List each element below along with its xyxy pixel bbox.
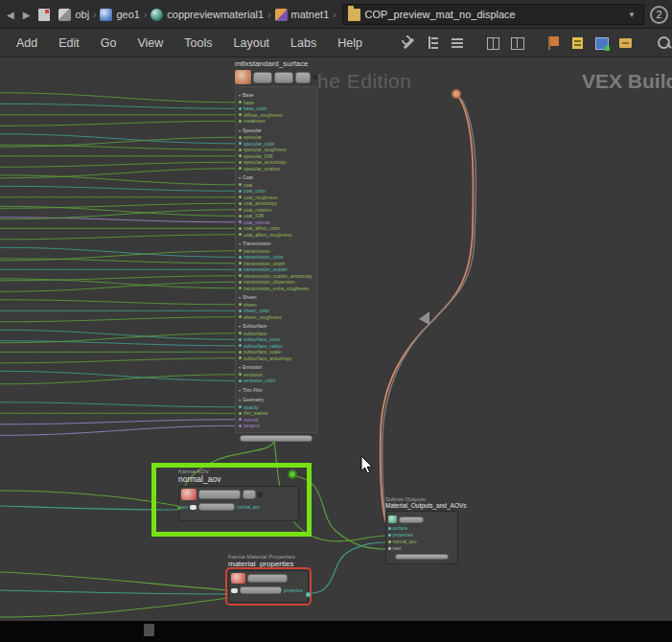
wire[interactable] — [0, 572, 228, 590]
input-wire[interactable] — [0, 121, 236, 126]
input-wire[interactable] — [0, 93, 236, 103]
input-connector[interactable] — [239, 332, 242, 334]
mtlx-group-emission[interactable]: ▾Emission — [239, 364, 316, 372]
input-connector[interactable] — [239, 208, 242, 211]
input-wire[interactable] — [0, 341, 236, 346]
node-badge-bar[interactable] — [243, 490, 256, 499]
input-connector[interactable] — [239, 418, 242, 421]
aov-output-connector[interactable] — [288, 470, 297, 479]
collapse-arrow-icon[interactable]: ▾ — [239, 295, 241, 300]
input-wire[interactable] — [0, 259, 236, 264]
input-wire[interactable] — [0, 317, 236, 322]
input-connector[interactable] — [239, 405, 242, 408]
breadcrumb-item-coppreviewmaterial1[interactable]: coppreviewmaterial1 — [148, 7, 266, 23]
node-badge-bar[interactable] — [198, 503, 235, 511]
menu-view[interactable]: View — [127, 29, 174, 57]
input-connector[interactable] — [239, 344, 242, 347]
current-path-field[interactable]: COP_preview_mat_no_displace ▼ — [342, 4, 644, 25]
collapse-arrow-icon[interactable]: ▾ — [239, 324, 241, 329]
mtlx-input-transmission_extra_roughness[interactable]: transmission_extra_roughness — [239, 286, 316, 292]
mtlx-group-thin-film[interactable]: ▾Thin Film — [239, 387, 316, 395]
menu-go[interactable]: Go — [90, 29, 127, 57]
input-connector[interactable] — [239, 149, 242, 151]
input-connector[interactable] — [239, 356, 242, 359]
mtlx-group-base[interactable]: ▾Base — [239, 92, 316, 100]
input-connector[interactable] — [239, 136, 242, 139]
wire[interactable] — [308, 542, 386, 593]
input-connector[interactable] — [239, 154, 242, 157]
input-wire[interactable] — [0, 145, 236, 149]
node-body[interactable]: surfacepropertiesnormal_aovnext — [385, 511, 458, 564]
input-wire[interactable] — [0, 175, 236, 185]
input-connector[interactable] — [239, 101, 242, 103]
subnet-input-surface[interactable]: surface — [388, 525, 455, 532]
node-karma-material-properties[interactable]: Karma Material Properties material_prope… — [228, 554, 309, 603]
input-connector[interactable] — [239, 113, 242, 116]
mtlx-input-specular_rotation[interactable]: specular_rotation — [239, 166, 316, 172]
input-connector[interactable] — [239, 424, 242, 427]
collapse-arrow-icon[interactable]: ▾ — [239, 128, 241, 133]
input-connector[interactable] — [239, 220, 242, 223]
output-connector[interactable] — [306, 592, 311, 597]
input-wire[interactable] — [0, 186, 236, 191]
node-flag[interactable] — [313, 75, 317, 80]
input-connector[interactable] — [239, 268, 242, 271]
node-badge-bar[interactable] — [198, 490, 241, 499]
node-flag[interactable] — [258, 493, 263, 497]
node-body[interactable]: properties — [228, 570, 309, 603]
subnet-input-next[interactable]: next — [388, 545, 455, 552]
input-connector[interactable] — [239, 120, 242, 123]
back-button[interactable]: ◀ — [4, 8, 17, 22]
grid-alt-icon[interactable] — [509, 34, 526, 52]
menu-labs[interactable]: Labs — [280, 29, 327, 57]
breadcrumb-item-geo1[interactable]: geo1 — [97, 7, 142, 23]
input-wire[interactable] — [0, 420, 236, 424]
grid-icon[interactable] — [485, 34, 502, 52]
window-icon[interactable] — [593, 34, 611, 52]
list-icon[interactable] — [449, 34, 466, 52]
breadcrumb-item-obj[interactable]: obj — [56, 7, 92, 23]
note-icon[interactable] — [569, 34, 587, 52]
input-wire[interactable] — [0, 169, 236, 178]
input-connector[interactable] — [239, 379, 242, 382]
collapse-arrow-icon[interactable]: ▾ — [239, 241, 241, 246]
tree-icon[interactable] — [425, 34, 442, 52]
wire[interactable] — [381, 96, 474, 527]
input-connector[interactable] — [239, 215, 242, 218]
input-connector[interactable] — [388, 540, 391, 543]
mtlx-group-sheen[interactable]: ▾Sheen — [239, 294, 316, 302]
input-connector[interactable] — [239, 227, 242, 230]
mtlx-input-tangent[interactable]: tangent — [239, 423, 316, 429]
toggle-pill[interactable] — [231, 588, 238, 593]
input-connector[interactable] — [239, 249, 242, 252]
input-connector[interactable] — [239, 303, 242, 306]
input-wire[interactable] — [0, 425, 236, 435]
input-wire[interactable] — [0, 358, 236, 363]
menu-tools[interactable]: Tools — [174, 29, 222, 57]
wire[interactable] — [0, 598, 228, 617]
node-badge-bar[interactable] — [247, 574, 288, 583]
menu-help[interactable]: Help — [327, 29, 373, 57]
node-body[interactable]: aov normal_aov — [178, 486, 299, 521]
input-connector[interactable] — [239, 351, 242, 354]
path-dropdown-arrow-icon[interactable]: ▼ — [625, 11, 638, 19]
breadcrumb-item-matnet1[interactable]: matnet1 — [272, 7, 333, 23]
mtlx-output-bar[interactable] — [240, 435, 313, 442]
node-subnet-outputs[interactable]: Subnet Outputs Material_Outputs_and_AOVs… — [385, 496, 458, 564]
subnet-output-bar[interactable] — [395, 554, 449, 560]
mtlx-input-sheen_roughness[interactable]: sheen_roughness — [239, 314, 316, 321]
collapse-arrow-icon[interactable]: ▾ — [239, 365, 241, 370]
mtlx-input-emission_color[interactable]: emission_color — [239, 378, 316, 384]
collapse-arrow-icon[interactable]: ▾ — [239, 175, 241, 180]
input-connector[interactable] — [239, 274, 242, 277]
flag-icon[interactable] — [545, 34, 563, 52]
input-connector[interactable] — [239, 373, 242, 376]
input-wire[interactable] — [0, 402, 236, 407]
mtlx-group-transmission[interactable]: ▾Transmission — [239, 241, 316, 248]
history-icon[interactable] — [38, 9, 50, 21]
input-connector[interactable] — [239, 256, 242, 259]
input-connector[interactable] — [388, 534, 391, 537]
input-connector[interactable] — [239, 195, 242, 198]
subnet-input-normal_aov[interactable]: normal_aov — [388, 539, 455, 545]
mtlx-group-geometry[interactable]: ▾Geometry — [239, 397, 316, 404]
